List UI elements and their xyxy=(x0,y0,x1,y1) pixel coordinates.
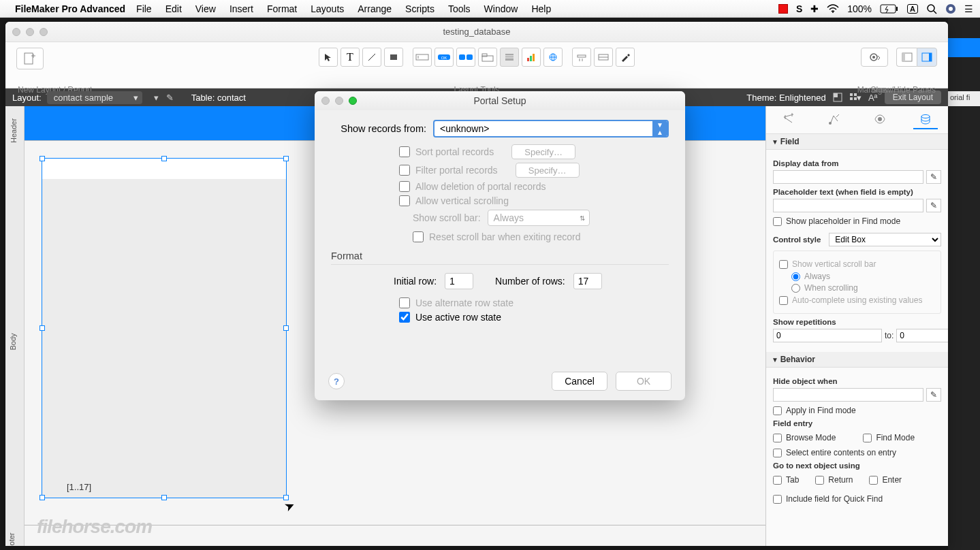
allow-delete-checkbox[interactable] xyxy=(399,181,410,192)
apply-find-checkbox[interactable] xyxy=(773,406,782,415)
styles-tab-icon[interactable] xyxy=(822,110,847,129)
battery-icon[interactable] xyxy=(880,4,899,14)
allow-scroll-checkbox[interactable] xyxy=(399,195,410,206)
theme-icon[interactable] xyxy=(832,91,844,103)
dlg-zoom-icon[interactable] xyxy=(349,97,357,105)
filter-specify-button[interactable]: Specify… xyxy=(516,163,580,178)
scrollbar-select[interactable]: Always xyxy=(488,210,590,226)
menu-help[interactable]: Help xyxy=(531,3,551,14)
filter-checkbox[interactable] xyxy=(399,165,410,176)
close-icon[interactable] xyxy=(12,28,20,36)
portal-row-range: [1..17] xyxy=(67,482,91,492)
always-radio[interactable] xyxy=(791,272,800,281)
display-data-label: Display data from xyxy=(773,159,941,167)
tab-checkbox[interactable] xyxy=(773,476,782,485)
body-part-label[interactable]: Body xyxy=(9,333,17,350)
field-picker-icon[interactable] xyxy=(572,48,591,67)
field-tool-icon[interactable] xyxy=(413,48,432,67)
quickfind-checkbox[interactable] xyxy=(773,495,782,504)
rect-tool-icon[interactable] xyxy=(384,48,403,67)
line-tool-icon[interactable] xyxy=(362,48,381,67)
sort-checkbox[interactable] xyxy=(399,146,410,157)
part-tool-icon[interactable] xyxy=(594,48,613,67)
right-pane-button[interactable] xyxy=(917,48,937,67)
minimize-icon[interactable] xyxy=(26,28,34,36)
autocomplete-checkbox[interactable] xyxy=(779,296,788,305)
header-part-label[interactable]: Header xyxy=(10,118,18,143)
rep-from-input[interactable] xyxy=(773,329,882,342)
dlg-min-icon[interactable] xyxy=(335,97,343,105)
display-data-edit-icon[interactable]: ✎ xyxy=(926,170,941,184)
zoom-icon[interactable] xyxy=(39,28,48,36)
spotlight-icon[interactable] xyxy=(926,3,937,14)
position-tab-icon[interactable] xyxy=(776,110,801,129)
menu-insert[interactable]: Insert xyxy=(230,3,253,14)
help-button[interactable]: ? xyxy=(328,373,345,389)
initial-row-input[interactable] xyxy=(445,273,473,289)
active-row-checkbox[interactable] xyxy=(399,312,410,323)
tab-tool-icon[interactable] xyxy=(478,48,497,67)
menu-window[interactable]: Window xyxy=(484,3,518,14)
enter-checkbox[interactable] xyxy=(869,476,878,485)
menu-icon[interactable]: ☰ xyxy=(964,3,973,14)
alt-row-checkbox[interactable] xyxy=(399,297,410,308)
sort-specify-button[interactable]: Specify… xyxy=(511,144,575,159)
footer-part-label[interactable]: oter xyxy=(7,533,16,546)
behavior-section-header[interactable]: Behavior xyxy=(766,352,948,368)
menu-edit[interactable]: Edit xyxy=(165,3,182,14)
field-section-header[interactable]: Field xyxy=(766,134,948,150)
layout-folder-icon[interactable]: ▾ xyxy=(151,91,163,103)
button-tool-icon[interactable]: OK xyxy=(434,48,454,67)
menu-format[interactable]: Format xyxy=(267,3,297,14)
siri-icon[interactable] xyxy=(945,3,956,14)
hide-edit-icon[interactable]: ✎ xyxy=(926,388,941,402)
menu-arrange[interactable]: Arrange xyxy=(358,3,392,14)
data-tab-icon[interactable] xyxy=(913,110,938,129)
placeholder-edit-icon[interactable]: ✎ xyxy=(926,199,941,212)
menu-tools[interactable]: Tools xyxy=(448,3,471,14)
pointer-tool-icon[interactable] xyxy=(319,48,338,67)
left-pane-button[interactable] xyxy=(896,48,917,67)
buttonbar-tool-icon[interactable] xyxy=(456,48,475,67)
layout-selector[interactable]: contact sample xyxy=(47,91,142,104)
layout-edit-icon[interactable]: ✎ xyxy=(164,91,176,103)
select-contents-checkbox[interactable] xyxy=(773,449,782,457)
reset-scroll-checkbox[interactable] xyxy=(413,231,424,242)
cancel-button[interactable]: Cancel xyxy=(552,372,607,391)
format-painter-icon[interactable] xyxy=(616,48,635,67)
show-placeholder-checkbox[interactable] xyxy=(773,217,782,226)
s-icon[interactable]: S xyxy=(796,3,802,14)
appearance-tab-icon[interactable] xyxy=(868,110,892,129)
browse-mode-checkbox[interactable] xyxy=(773,434,782,442)
hide-input[interactable] xyxy=(773,388,923,402)
manage-button[interactable] xyxy=(861,48,888,67)
menu-file[interactable]: File xyxy=(136,3,152,14)
dlg-close-icon[interactable] xyxy=(321,97,330,105)
portal-tool-icon[interactable] xyxy=(500,48,519,67)
app-name[interactable]: FileMaker Pro Advanced xyxy=(15,3,125,14)
chart-tool-icon[interactable] xyxy=(522,48,541,67)
find-mode-checkbox[interactable] xyxy=(863,434,872,442)
record-icon[interactable] xyxy=(778,4,788,14)
menu-view[interactable]: View xyxy=(195,3,216,14)
control-style-select[interactable]: Edit Box xyxy=(829,233,941,246)
svg-line-4 xyxy=(934,11,936,14)
placeholder-input[interactable] xyxy=(773,199,923,212)
ok-button[interactable]: OK xyxy=(616,372,671,391)
menu-scripts[interactable]: Scripts xyxy=(405,3,434,14)
whenscroll-radio[interactable] xyxy=(791,284,800,293)
return-checkbox[interactable] xyxy=(815,476,824,485)
vscroll-checkbox[interactable] xyxy=(779,260,788,269)
a-icon[interactable]: A xyxy=(907,4,918,14)
menu-layouts[interactable]: Layouts xyxy=(311,3,344,14)
text-tool-icon[interactable]: T xyxy=(341,48,360,67)
num-rows-input[interactable] xyxy=(573,273,602,289)
plus-icon[interactable]: ✚ xyxy=(810,3,819,14)
display-data-input[interactable] xyxy=(773,170,923,184)
wifi-icon[interactable] xyxy=(827,4,839,14)
portal-object[interactable]: [1..17] xyxy=(42,158,287,498)
new-layout-button[interactable] xyxy=(16,48,44,69)
webviewer-tool-icon[interactable] xyxy=(543,48,563,67)
rep-to-input[interactable] xyxy=(896,329,948,342)
show-records-select[interactable]: <unknown> ▼▲ xyxy=(433,120,669,138)
